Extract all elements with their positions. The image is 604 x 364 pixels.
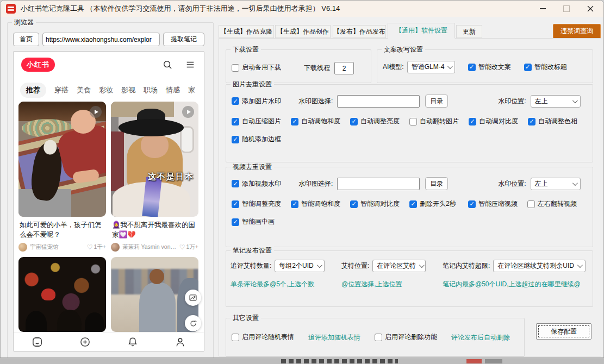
site-tab-career[interactable]: 职场: [144, 85, 158, 95]
site-tab-makeup[interactable]: 彩妆: [99, 85, 113, 95]
site-tab-outfit[interactable]: 穿搭: [54, 85, 69, 95]
video-watermark-input[interactable]: [337, 178, 420, 190]
create-post-icon[interactable]: [79, 336, 91, 348]
site-tab-emotion[interactable]: 情感: [166, 85, 180, 95]
checkbox-label: 智能改文案: [478, 62, 511, 72]
site-tab-film[interactable]: 影视: [121, 85, 135, 95]
site-tab-home[interactable]: 家: [188, 85, 195, 95]
author-avatar[interactable]: [18, 243, 27, 252]
app-icon: [6, 4, 16, 14]
checkbox-智能画中画[interactable]: ✓智能画中画: [232, 217, 275, 227]
search-icon[interactable]: [161, 59, 173, 71]
author-avatar[interactable]: [111, 243, 120, 252]
tab-update[interactable]: 更新: [456, 25, 482, 38]
checkbox-label: 智能调整亮度: [242, 199, 281, 209]
url-input[interactable]: [42, 33, 160, 46]
checkbox-box-icon: ✓: [232, 136, 239, 143]
checkbox-添加视频水印[interactable]: ✓添加视频水印: [232, 179, 281, 189]
banned-words-button[interactable]: 违禁词查询: [553, 24, 601, 39]
checkbox-启动备用下载[interactable]: 启动备用下载: [232, 63, 281, 72]
checkbox-label: 启动备用下载: [242, 63, 281, 72]
settings-tab-page: 下载设置 启动备用下载 下载线程 文案改写设置 AI模型: 智谱GLM-4 ✓智…: [219, 38, 601, 356]
checkbox-label: 自动压缩图片: [242, 117, 281, 126]
checkbox-自动翻转图片[interactable]: 自动翻转图片: [409, 117, 459, 126]
at-count-select[interactable]: 每组2个UID: [275, 260, 325, 272]
checkbox-自动调整亮度[interactable]: ✓自动调整亮度: [350, 117, 400, 126]
tab-generate-create[interactable]: 【生成】作品创作: [275, 25, 331, 38]
checkbox-box-icon: ✓: [291, 118, 298, 125]
profile-icon[interactable]: [174, 336, 186, 348]
checkbox-label: 添加视频水印: [242, 179, 281, 189]
image-watermark-dir-button[interactable]: 目录: [425, 95, 448, 108]
at-position-label: 艾特位置:: [341, 261, 369, 271]
browser-group-title: 浏览器: [12, 18, 36, 26]
checkbox-label: 智能调对比度: [360, 199, 400, 209]
at-overflow-select[interactable]: 在评论区继续艾特剩余UID: [493, 260, 586, 272]
group-title: 下载设置: [231, 46, 261, 53]
like-count[interactable]: 1千+: [87, 243, 106, 251]
download-settings-group: 下载设置 启动备用下载 下载线程: [226, 49, 371, 83]
notifications-icon[interactable]: [127, 336, 139, 348]
checkbox-自动压缩图片[interactable]: ✓自动压缩图片: [232, 117, 281, 126]
checkbox-启用评论随机表情[interactable]: 启用评论随机表情: [232, 332, 294, 342]
checkbox-启用评论删除功能[interactable]: 启用评论删除功能: [375, 332, 437, 342]
close-button[interactable]: [578, 1, 602, 17]
checkbox-智能调饱和度[interactable]: ✓智能调饱和度: [291, 199, 340, 209]
checkbox-自动调整色相[interactable]: ✓自动调整色相: [528, 117, 577, 126]
note-card-2[interactable]: 这不是日本 🧕我不想离开我最喜欢的国家💟💔 茉茉莉 Yasmin von R..…: [111, 102, 198, 252]
checkbox-label: 智能压缩视频: [478, 199, 518, 209]
checkbox-label: 自动调整亮度: [360, 117, 400, 126]
publish-settings-group: 笔记发布设置 追评艾特数量: 每组2个UID 单条评论最多@5个,上选个数 艾特…: [226, 250, 593, 307]
tab-software-settings[interactable]: 【通用】软件设置: [388, 23, 455, 39]
at-overflow-label: 笔记内艾特超限:: [443, 261, 490, 271]
checkbox-左右翻转视频[interactable]: 左右翻转视频: [527, 199, 577, 209]
image-watermark-input[interactable]: [337, 95, 420, 108]
checkbox-智能改标题[interactable]: ✓智能改标题: [524, 62, 567, 72]
checkbox-智能改文案[interactable]: ✓智能改文案: [468, 62, 511, 72]
note-card-1[interactable]: 如此可爱的小羊，孩子们怎么会不爱呢？ 宇宙猛宠馆 1千+: [18, 102, 106, 252]
video-watermark-position-select[interactable]: 左上: [531, 178, 581, 190]
checkbox-自动调饱和度[interactable]: ✓自动调饱和度: [291, 117, 340, 126]
home-button[interactable]: 首页: [13, 33, 39, 46]
ai-model-select[interactable]: 智谱GLM-4: [407, 61, 455, 73]
author-name[interactable]: 茉茉莉 Yasmin von R...: [122, 243, 177, 251]
play-icon: [182, 106, 194, 118]
checkbox-智能压缩视频[interactable]: ✓智能压缩视频: [468, 199, 518, 209]
checkbox-添加图片水印[interactable]: ✓添加图片水印: [232, 97, 281, 106]
menu-icon[interactable]: [184, 59, 196, 71]
screenshot-button[interactable]: [185, 290, 201, 306]
checkbox-box-icon: ✓: [524, 64, 532, 71]
checkbox-box-icon: ✓: [528, 118, 535, 125]
maximize-button[interactable]: [555, 1, 578, 17]
site-nav: 推荐 穿搭 美食 彩妆 影视 职场 情感 家: [14, 82, 204, 98]
checkbox-自动调对比度[interactable]: ✓自动调对比度: [469, 117, 518, 126]
site-tab-recommend[interactable]: 推荐: [20, 83, 46, 98]
tab-generate-clone[interactable]: 【生成】作品克隆: [219, 25, 274, 38]
checkbox-box-icon: ✓: [468, 200, 476, 208]
checkbox-智能调对比度[interactable]: ✓智能调对比度: [350, 199, 400, 209]
home-tab-icon[interactable]: [32, 336, 43, 348]
heart-icon: [179, 243, 185, 251]
checkbox-随机添加边框[interactable]: ✓随机添加边框: [232, 135, 281, 144]
at-position-select[interactable]: 在评论区艾特: [372, 260, 426, 272]
image-watermark-position-select[interactable]: 左上: [531, 95, 581, 108]
author-name[interactable]: 宇宙猛宠馆: [30, 243, 59, 251]
occluded-thumbnail: [466, 359, 482, 363]
site-tab-food[interactable]: 美食: [77, 85, 91, 95]
extract-notes-button[interactable]: 提取笔记: [163, 33, 204, 46]
main-tabstrip: 【生成】作品克隆 【生成】作品创作 【发布】作品发布 【通用】软件设置 更新 违…: [219, 23, 601, 38]
thread-count-input[interactable]: [334, 62, 354, 74]
video-subtitle: 这不是日本: [148, 172, 194, 182]
tab-publish[interactable]: 【发布】作品发布: [333, 25, 386, 38]
refresh-button[interactable]: [185, 315, 201, 331]
checkbox-智能调整亮度[interactable]: ✓智能调整亮度: [232, 199, 281, 209]
minimize-button[interactable]: [531, 1, 555, 17]
at-count-label: 追评艾特数量:: [231, 261, 271, 271]
save-config-button[interactable]: 保存配置: [536, 323, 591, 340]
note-card-3[interactable]: [18, 257, 106, 332]
like-count[interactable]: 1万+: [179, 243, 198, 251]
image-dedup-group: 图片去重设置 ✓添加图片水印 水印图选择: 目录 水印位置: 左上 ✓自动压缩图…: [226, 84, 593, 162]
checkbox-删除开头2秒[interactable]: ✓删除开头2秒: [409, 199, 458, 209]
video-watermark-dir-button[interactable]: 目录: [425, 177, 448, 190]
rewrite-settings-group: 文案改写设置 AI模型: 智谱GLM-4 ✓智能改文案✓智能改标题: [377, 49, 593, 83]
